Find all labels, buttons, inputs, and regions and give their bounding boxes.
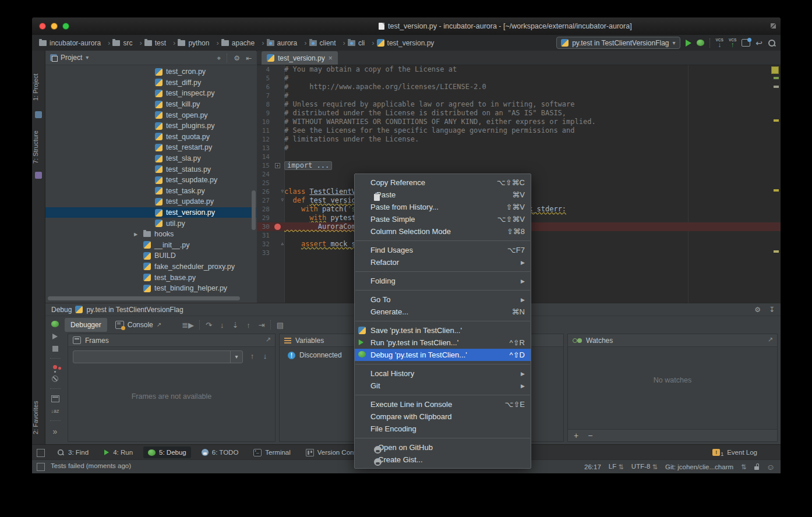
line-number[interactable]: 24 [257,171,271,178]
tree-item[interactable]: test_task.py [45,186,256,197]
menu-item-refactor[interactable]: Refactor▶ [355,256,531,268]
line-number[interactable]: 26 [257,188,271,196]
menu-item-open-on-github[interactable]: Open on GitHub [355,441,531,454]
fold-collapse-icon[interactable] [271,187,284,196]
status-message[interactable]: Tests failed (moments ago) [51,462,131,469]
line-number[interactable]: 29 [257,214,271,222]
mute-breakpoints-icon[interactable] [52,376,58,382]
encoding-widget[interactable]: UTF-8⇅ [631,463,658,471]
tree-item[interactable]: test_quota.py [45,132,256,143]
step-over-icon[interactable]: ↷ [203,321,215,329]
line-number[interactable]: 15 [257,162,271,169]
caret-position[interactable]: 26:17 [584,463,601,470]
tree-item[interactable]: test_diff.py [45,77,256,88]
tree-item[interactable]: test_restart.py [45,142,256,153]
tree-item[interactable]: test_supdate.py [45,175,256,186]
line-number[interactable]: 9 [257,109,271,117]
line-separator-widget[interactable]: LF⇅ [609,463,624,471]
fold-end-icon[interactable] [271,240,284,249]
updown-icon[interactable]: ⇅ [741,463,747,471]
resume-icon[interactable] [52,334,58,339]
fold-collapse-icon[interactable] [271,196,284,205]
chevron-down-icon[interactable]: ▾ [86,55,89,61]
git-branch-widget[interactable]: Git: jcohen/clie...charm [665,463,733,470]
tree-item-folder[interactable]: ▶hooks [45,229,256,240]
chevron-down-icon[interactable]: ▾ [230,351,242,363]
zoom-window-button[interactable] [62,23,69,30]
show-execution-point-icon[interactable]: ≣▶ [179,321,197,329]
menu-item-git[interactable]: Git▶ [355,380,531,392]
breadcrumb-item[interactable]: python [176,38,220,47]
tab-console[interactable]: Console ↗ [110,318,167,332]
tree-item[interactable]: test_open.py [45,109,256,121]
line-number[interactable]: 32 [257,240,271,248]
line-number[interactable]: 25 [257,179,271,187]
hector-inspector-icon[interactable]: ☺ [767,462,775,472]
menu-item-local-history[interactable]: Local History▶ [355,367,531,380]
rerun-debug-icon[interactable] [51,321,59,327]
tree-item[interactable]: test_status.py [45,164,256,175]
line-number[interactable]: 13 [257,144,271,152]
line-number[interactable]: 6 [257,83,271,91]
menu-item-go-to[interactable]: Go To▶ [355,293,531,306]
line-number[interactable]: 30 [257,223,271,231]
title-bar[interactable]: test_version.py - incubator-aurora - [~/… [32,17,781,36]
tree-item[interactable]: test_cron.py [45,66,256,77]
line-number[interactable]: 33 [257,249,271,257]
line-number[interactable]: 28 [257,206,271,213]
tree-item[interactable]: fake_scheduler_proxy.py [45,261,256,272]
breadcrumb-item[interactable]: cli [347,38,376,47]
toolwindow-button-find[interactable]: 3: Find [52,447,93,458]
horizontal-scrollbar[interactable] [48,296,240,300]
vcs-update-button[interactable]: VCS↓ [716,38,723,47]
menu-item-paste[interactable]: Paste⌘V [355,189,531,201]
menu-item-save-config[interactable]: Save 'py.test in TestClien...' [355,324,531,337]
event-log-button[interactable]: 1 Event Log [708,447,762,458]
toolwindow-button-todo[interactable]: 6: TODO [197,447,243,458]
restore-layout-icon[interactable] [51,395,59,402]
line-number[interactable]: 11 [257,127,271,134]
step-out-icon[interactable]: ↑ [243,321,253,329]
gear-icon[interactable]: ⚙ [754,306,761,313]
tree-item-selected[interactable]: test_version.py [45,207,256,218]
menu-item-copy-reference[interactable]: Copy Reference⌥⇧⌘C [355,176,531,189]
sidebar-item-project[interactable]: 1: Project [32,67,45,108]
vertical-scrollbar[interactable] [252,190,256,230]
float-icon[interactable]: ↗ [266,336,271,344]
tree-item[interactable]: test_sla.py [45,153,256,164]
close-icon[interactable]: × [329,54,333,62]
breakpoint-icon[interactable] [271,222,284,231]
tab-test-version[interactable]: test_version.py × [262,51,338,65]
project-tab-icon[interactable] [35,111,42,118]
toolwindow-button-debug[interactable]: 5: Debug [143,447,191,458]
next-frame-button[interactable]: ↓ [259,350,271,362]
line-number[interactable]: 10 [257,118,271,126]
recent-changes-icon[interactable] [742,39,750,47]
scrollbar-mark[interactable] [774,250,779,253]
remove-watch-button[interactable]: − [588,431,592,440]
tree-item[interactable]: test_plugins.py [45,121,256,132]
gear-icon[interactable]: ⚙ [234,55,240,62]
line-number[interactable]: 12 [257,136,271,143]
tree-item[interactable]: test_kill.py [45,99,256,110]
add-watch-button[interactable]: + [574,431,578,440]
error-stripe-status-square[interactable] [771,66,779,74]
menu-item-generate[interactable]: Generate...⌘N [355,306,531,318]
tree-item[interactable]: BUILD [45,250,256,261]
tree-item[interactable]: util.py [45,218,256,229]
evaluate-expression-icon[interactable]: ▤ [274,321,287,329]
tree-item[interactable]: test_update.py [45,196,256,207]
menu-item-column-selection-mode[interactable]: Column Selection Mode⇧⌘8 [355,225,531,238]
line-number[interactable]: 4 [257,66,271,73]
sort-alphabetically-icon[interactable]: ↓az [51,409,59,414]
previous-frame-button[interactable]: ↑ [246,350,258,362]
line-number[interactable]: 5 [257,75,271,82]
menu-item-paste-simple[interactable]: Paste Simple⌥⇧⌘V [355,213,531,225]
menu-item-paste-from-history[interactable]: Paste from History...⇧⌘V [355,201,531,213]
view-breakpoints-icon[interactable] [53,365,57,369]
tree-item[interactable]: __init__.py [45,240,256,251]
minimize-panel-icon[interactable]: ↧ [769,306,775,313]
menu-item-compare-with-clipboard[interactable]: Compare with Clipboard [355,410,531,423]
menu-item-find-usages[interactable]: Find Usages⌥F7 [355,244,531,256]
force-step-into-icon[interactable]: ⇣ [229,321,241,329]
